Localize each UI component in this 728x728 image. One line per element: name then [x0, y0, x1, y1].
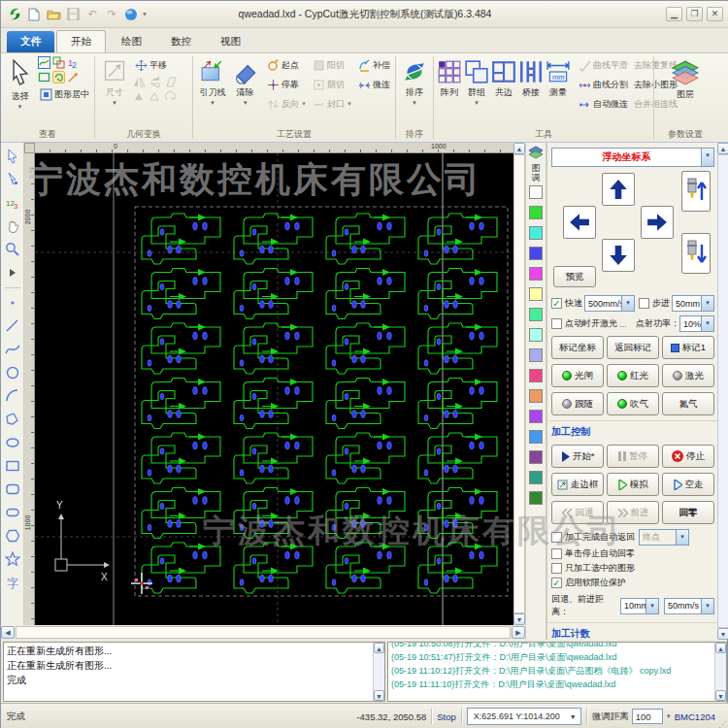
- part-7[interactable]: [326, 269, 405, 319]
- mark-coord-button[interactable]: 标记坐标: [551, 336, 604, 359]
- preview-button[interactable]: 预览: [553, 266, 596, 287]
- jog-down-button[interactable]: [602, 239, 635, 272]
- layer-swatch-9[interactable]: [529, 348, 543, 362]
- group-button[interactable]: 群组 ▼: [464, 56, 489, 124]
- hexagon-tool[interactable]: [3, 524, 22, 547]
- sort-button[interactable]: 排序 ▼: [399, 56, 430, 124]
- part-12[interactable]: [418, 323, 497, 374]
- jog-left-button[interactable]: [563, 206, 596, 239]
- tab-file[interactable]: 文件: [7, 31, 54, 52]
- compensate-button[interactable]: 补偿: [356, 56, 392, 74]
- return-mark-button[interactable]: 返回标记: [607, 336, 659, 359]
- curve-split-button[interactable]: 曲线分割: [577, 76, 630, 93]
- tab-view[interactable]: 视图: [207, 31, 254, 52]
- part-5[interactable]: [142, 269, 220, 319]
- curve-smooth-button[interactable]: 曲线平滑: [577, 56, 630, 74]
- part-23[interactable]: [326, 488, 405, 539]
- position-dropdown-arrow[interactable]: ▼: [566, 713, 580, 720]
- layer-swatch-4[interactable]: [529, 247, 543, 260]
- undo-icon[interactable]: ↶: [84, 7, 100, 22]
- position-combo[interactable]: X:625.691 Y:1014.200 ▼: [467, 708, 581, 725]
- part-13[interactable]: [142, 379, 220, 429]
- combo-dropdown-arrow[interactable]: ▼: [701, 149, 713, 166]
- log-right-scrollbar[interactable]: ▲▼: [714, 643, 726, 701]
- finetune-input[interactable]: 100: [632, 709, 663, 724]
- circle-tool[interactable]: [3, 361, 22, 384]
- start-point-button[interactable]: 起点: [265, 56, 309, 74]
- scroll-right-arrow[interactable]: ▶: [512, 626, 525, 639]
- bridge-button[interactable]: 桥接: [518, 56, 544, 124]
- scroll-down-arrow[interactable]: ▼: [513, 613, 525, 625]
- save-icon[interactable]: [65, 7, 81, 22]
- burst-power-combo[interactable]: 10%▼: [679, 315, 714, 332]
- obround-tool[interactable]: [3, 501, 22, 524]
- microjoint-button[interactable]: 微连: [356, 76, 392, 93]
- simulate-button[interactable]: 模拟: [607, 473, 659, 496]
- layer-swatch-10[interactable]: [529, 369, 543, 382]
- panel-scroll-up[interactable]: ▲: [717, 143, 728, 154]
- backward-button[interactable]: 回退: [551, 501, 604, 524]
- checkbox[interactable]: [551, 548, 562, 559]
- part-25[interactable]: [142, 543, 220, 593]
- part-16[interactable]: [418, 379, 497, 429]
- stop-button[interactable]: 停止: [662, 445, 714, 468]
- star-tool[interactable]: [3, 547, 22, 571]
- toggle-红光[interactable]: 红光: [607, 364, 659, 387]
- text-tool[interactable]: 字: [3, 571, 22, 594]
- layer-swatch-13[interactable]: [529, 430, 543, 444]
- z-up-button[interactable]: [681, 171, 711, 212]
- center-graphic-button[interactable]: 图形居中: [38, 85, 91, 103]
- polygon-tool[interactable]: [3, 408, 22, 431]
- line-tool[interactable]: [3, 314, 22, 338]
- shear-icon[interactable]: [164, 76, 177, 88]
- part-4[interactable]: [418, 214, 497, 264]
- start-button[interactable]: 开始*: [551, 445, 604, 468]
- step-size-combo[interactable]: 50mm▼: [672, 295, 714, 312]
- measure-button[interactable]: mm 测量: [546, 56, 571, 124]
- flyout-arrow-tool[interactable]: [3, 261, 22, 284]
- polyline-tool[interactable]: [3, 338, 22, 361]
- mark1-button[interactable]: 标记1: [662, 336, 714, 359]
- finetune-dropdown-arrow[interactable]: ▼: [666, 713, 672, 719]
- toolbar-options-chevron[interactable]: ▾: [143, 10, 147, 18]
- toggle-跟随[interactable]: 跟随: [551, 392, 604, 415]
- part-1[interactable]: [142, 214, 220, 264]
- select-tool[interactable]: [3, 145, 22, 168]
- app-logo-icon[interactable]: [7, 7, 22, 22]
- return-point-combo[interactable]: 终点▼: [639, 529, 689, 546]
- layer-swatch-15[interactable]: [529, 471, 543, 484]
- panel-scrollbar[interactable]: ▲ ▼: [717, 143, 728, 640]
- select-button[interactable]: 选择 ▼: [4, 56, 36, 124]
- part-6[interactable]: [234, 269, 313, 319]
- toggle-吹气[interactable]: 吹气: [607, 392, 659, 415]
- layers-icon[interactable]: [528, 146, 544, 161]
- auto-microjoint-button[interactable]: 自动微连: [577, 95, 630, 113]
- dock-button[interactable]: 停靠: [265, 76, 309, 93]
- checkbox[interactable]: ✓: [551, 578, 562, 588]
- scroll-up-arrow[interactable]: ▲: [513, 143, 525, 154]
- mirror-v-icon[interactable]: [149, 76, 161, 88]
- step-checkbox[interactable]: [639, 298, 649, 309]
- drawing-canvas[interactable]: Y X: [35, 153, 513, 625]
- pan-button[interactable]: 平移: [133, 56, 177, 74]
- rounded-rectangle-tool[interactable]: [3, 478, 22, 501]
- part-10[interactable]: [234, 323, 313, 374]
- part-17[interactable]: [142, 433, 220, 483]
- layer-swatch-8[interactable]: [529, 328, 543, 342]
- show-start-icon[interactable]: [67, 71, 80, 83]
- resize-grip[interactable]: ⋰: [718, 720, 727, 728]
- part-28[interactable]: [418, 543, 497, 593]
- part-21[interactable]: [142, 488, 220, 539]
- new-file-icon[interactable]: [26, 7, 42, 22]
- checkbox[interactable]: [551, 563, 562, 574]
- distance-speed-combo[interactable]: 50mm/s▼: [664, 598, 714, 614]
- jog-laser-more[interactable]: ...: [619, 319, 627, 329]
- number-label-tool[interactable]: 123: [3, 191, 22, 215]
- jog-up-button[interactable]: [602, 173, 635, 206]
- part-2[interactable]: [234, 214, 313, 264]
- rectangle-tool[interactable]: [3, 454, 22, 478]
- part-26[interactable]: [234, 543, 313, 593]
- layer-swatch-6[interactable]: [529, 287, 543, 301]
- canvas-horizontal-scrollbar[interactable]: ◀ ▶: [1, 625, 525, 640]
- tab-home[interactable]: 开始: [56, 30, 106, 52]
